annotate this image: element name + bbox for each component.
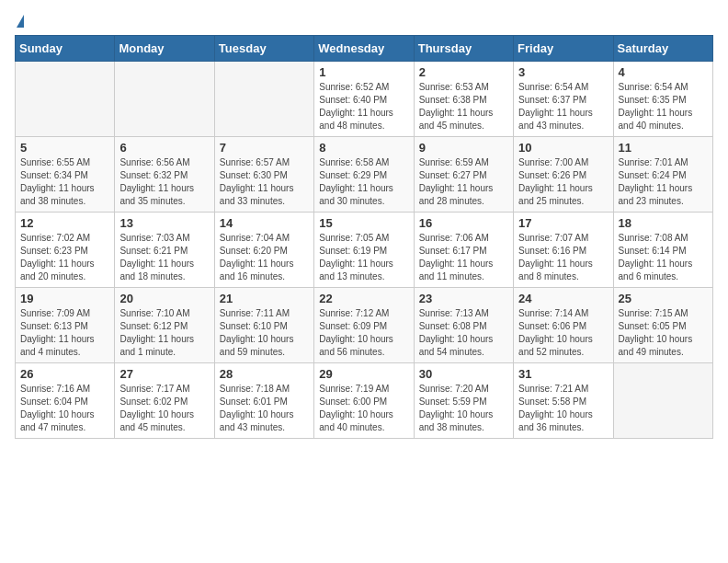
day-number: 7 [220,141,309,155]
day-info: Sunrise: 6:54 AM Sunset: 6:35 PM Dayligh… [619,81,708,132]
day-of-week-header: Monday [115,36,214,62]
calendar-cell: 26Sunrise: 7:16 AM Sunset: 6:04 PM Dayli… [16,363,115,439]
day-info: Sunrise: 7:02 AM Sunset: 6:23 PM Dayligh… [20,232,109,283]
calendar-week-row: 26Sunrise: 7:16 AM Sunset: 6:04 PM Dayli… [16,363,713,439]
logo [15,15,24,28]
day-info: Sunrise: 7:03 AM Sunset: 6:21 PM Dayligh… [119,232,209,283]
calendar-cell: 8Sunrise: 6:58 AM Sunset: 6:29 PM Daylig… [314,137,414,213]
day-number: 26 [20,367,109,381]
calendar-cell [214,62,313,137]
day-info: Sunrise: 6:55 AM Sunset: 6:34 PM Dayligh… [20,156,109,208]
day-number: 18 [619,216,708,230]
calendar-cell: 13Sunrise: 7:03 AM Sunset: 6:21 PM Dayli… [115,213,214,288]
calendar-cell [613,363,712,439]
day-number: 29 [319,367,408,381]
day-of-week-header: Wednesday [314,36,414,62]
day-info: Sunrise: 7:09 AM Sunset: 6:13 PM Dayligh… [20,307,109,359]
calendar-cell: 16Sunrise: 7:06 AM Sunset: 6:17 PM Dayli… [414,213,513,288]
day-info: Sunrise: 7:19 AM Sunset: 6:00 PM Dayligh… [319,383,408,434]
calendar-week-row: 12Sunrise: 7:02 AM Sunset: 6:23 PM Dayli… [16,213,713,288]
calendar-cell [115,62,214,137]
day-number: 20 [119,292,209,305]
calendar-cell: 22Sunrise: 7:12 AM Sunset: 6:09 PM Dayli… [314,288,414,363]
day-number: 27 [119,367,209,381]
calendar-header-row: SundayMondayTuesdayWednesdayThursdayFrid… [16,36,713,62]
day-info: Sunrise: 7:04 AM Sunset: 6:20 PM Dayligh… [220,232,309,283]
day-of-week-header: Sunday [16,36,115,62]
day-number: 1 [319,65,408,79]
day-info: Sunrise: 7:05 AM Sunset: 6:19 PM Dayligh… [319,232,408,283]
day-info: Sunrise: 7:15 AM Sunset: 6:05 PM Dayligh… [619,307,708,359]
day-info: Sunrise: 7:17 AM Sunset: 6:02 PM Dayligh… [119,383,209,434]
calendar-cell: 5Sunrise: 6:55 AM Sunset: 6:34 PM Daylig… [16,137,115,213]
day-of-week-header: Saturday [613,36,712,62]
day-info: Sunrise: 7:18 AM Sunset: 6:01 PM Dayligh… [220,383,309,434]
day-number: 10 [518,141,608,155]
calendar-week-row: 19Sunrise: 7:09 AM Sunset: 6:13 PM Dayli… [16,288,713,363]
day-number: 15 [319,216,408,230]
calendar-cell: 20Sunrise: 7:10 AM Sunset: 6:12 PM Dayli… [115,288,214,363]
day-number: 6 [119,141,209,155]
calendar-cell: 19Sunrise: 7:09 AM Sunset: 6:13 PM Dayli… [16,288,115,363]
calendar-cell: 11Sunrise: 7:01 AM Sunset: 6:24 PM Dayli… [613,137,712,213]
calendar-cell: 21Sunrise: 7:11 AM Sunset: 6:10 PM Dayli… [214,288,313,363]
day-number: 9 [419,141,508,155]
day-number: 17 [518,216,608,230]
day-number: 24 [518,292,608,305]
day-info: Sunrise: 7:21 AM Sunset: 5:58 PM Dayligh… [518,383,608,434]
day-number: 16 [419,216,508,230]
calendar-cell: 24Sunrise: 7:14 AM Sunset: 6:06 PM Dayli… [514,288,613,363]
day-number: 4 [619,65,708,79]
day-of-week-header: Friday [514,36,613,62]
day-info: Sunrise: 7:14 AM Sunset: 6:06 PM Dayligh… [518,307,608,359]
day-number: 8 [319,141,408,155]
day-info: Sunrise: 7:13 AM Sunset: 6:08 PM Dayligh… [419,307,508,359]
calendar-cell: 3Sunrise: 6:54 AM Sunset: 6:37 PM Daylig… [514,62,613,137]
day-number: 2 [419,65,508,79]
day-number: 28 [220,367,309,381]
day-info: Sunrise: 7:01 AM Sunset: 6:24 PM Dayligh… [619,156,708,208]
day-info: Sunrise: 6:57 AM Sunset: 6:30 PM Dayligh… [220,156,309,208]
logo-icon [17,15,24,28]
calendar-cell: 10Sunrise: 7:00 AM Sunset: 6:26 PM Dayli… [514,137,613,213]
day-number: 31 [518,367,608,381]
calendar-cell: 17Sunrise: 7:07 AM Sunset: 6:16 PM Dayli… [514,213,613,288]
calendar-cell: 30Sunrise: 7:20 AM Sunset: 5:59 PM Dayli… [414,363,513,439]
calendar-cell: 9Sunrise: 6:59 AM Sunset: 6:27 PM Daylig… [414,137,513,213]
day-info: Sunrise: 7:06 AM Sunset: 6:17 PM Dayligh… [419,232,508,283]
calendar-cell: 18Sunrise: 7:08 AM Sunset: 6:14 PM Dayli… [613,213,712,288]
day-info: Sunrise: 7:07 AM Sunset: 6:16 PM Dayligh… [518,232,608,283]
calendar-cell: 4Sunrise: 6:54 AM Sunset: 6:35 PM Daylig… [613,62,712,137]
day-number: 30 [419,367,508,381]
day-info: Sunrise: 7:12 AM Sunset: 6:09 PM Dayligh… [319,307,408,359]
day-number: 12 [20,216,109,230]
day-info: Sunrise: 6:54 AM Sunset: 6:37 PM Dayligh… [518,81,608,132]
calendar-week-row: 1Sunrise: 6:52 AM Sunset: 6:40 PM Daylig… [16,62,713,137]
day-of-week-header: Thursday [414,36,513,62]
day-number: 21 [220,292,309,305]
page-header [15,15,713,28]
day-number: 11 [619,141,708,155]
calendar-cell: 1Sunrise: 6:52 AM Sunset: 6:40 PM Daylig… [314,62,414,137]
day-info: Sunrise: 6:53 AM Sunset: 6:38 PM Dayligh… [419,81,508,132]
calendar-table: SundayMondayTuesdayWednesdayThursdayFrid… [15,35,713,439]
calendar-cell [16,62,115,137]
calendar-cell: 25Sunrise: 7:15 AM Sunset: 6:05 PM Dayli… [613,288,712,363]
calendar-cell: 14Sunrise: 7:04 AM Sunset: 6:20 PM Dayli… [214,213,313,288]
day-info: Sunrise: 7:16 AM Sunset: 6:04 PM Dayligh… [20,383,109,434]
calendar-cell: 7Sunrise: 6:57 AM Sunset: 6:30 PM Daylig… [214,137,313,213]
day-info: Sunrise: 6:59 AM Sunset: 6:27 PM Dayligh… [419,156,508,208]
calendar-cell: 31Sunrise: 7:21 AM Sunset: 5:58 PM Dayli… [514,363,613,439]
calendar-cell: 27Sunrise: 7:17 AM Sunset: 6:02 PM Dayli… [115,363,214,439]
calendar-cell: 12Sunrise: 7:02 AM Sunset: 6:23 PM Dayli… [16,213,115,288]
day-info: Sunrise: 6:52 AM Sunset: 6:40 PM Dayligh… [319,81,408,132]
day-number: 23 [419,292,508,305]
day-info: Sunrise: 6:56 AM Sunset: 6:32 PM Dayligh… [119,156,209,208]
day-number: 3 [518,65,608,79]
calendar-week-row: 5Sunrise: 6:55 AM Sunset: 6:34 PM Daylig… [16,137,713,213]
calendar-cell: 6Sunrise: 6:56 AM Sunset: 6:32 PM Daylig… [115,137,214,213]
calendar-cell: 15Sunrise: 7:05 AM Sunset: 6:19 PM Dayli… [314,213,414,288]
day-number: 14 [220,216,309,230]
day-info: Sunrise: 7:08 AM Sunset: 6:14 PM Dayligh… [619,232,708,283]
day-number: 22 [319,292,408,305]
